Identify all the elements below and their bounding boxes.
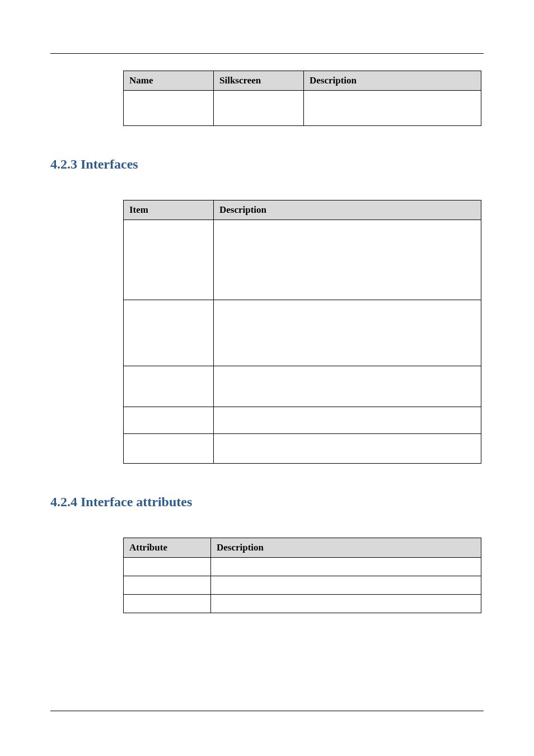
- cell: [124, 434, 214, 464]
- table3-header-description: Description: [211, 538, 481, 558]
- table-row: [124, 300, 481, 366]
- table-row: [124, 407, 481, 434]
- cell: [124, 366, 214, 407]
- cell: [211, 595, 481, 613]
- table3-wrap: Attribute Description: [123, 538, 484, 613]
- footer-rule: [50, 711, 484, 711]
- table2-wrap: Item Description: [123, 200, 484, 464]
- cell: [214, 434, 481, 464]
- table1-header-name: Name: [124, 71, 214, 91]
- cell: [124, 558, 211, 576]
- section-heading-interfaces: 4.2.3 Interfaces: [50, 157, 484, 172]
- table2-header-description: Description: [214, 200, 481, 220]
- table2-header-item: Item: [124, 200, 214, 220]
- table1-wrap: Name Silkscreen Description: [123, 71, 484, 126]
- table-row: [124, 220, 481, 300]
- table3-header-attribute: Attribute: [124, 538, 211, 558]
- section-heading-interface-attributes: 4.2.4 Interface attributes: [50, 494, 484, 510]
- table-row: [124, 558, 481, 576]
- table-item-description: Item Description: [123, 200, 481, 464]
- cell: [214, 91, 304, 126]
- cell: [124, 300, 214, 366]
- section-number: 4.2.3: [50, 157, 77, 171]
- table-row: [124, 576, 481, 595]
- header-rule: [50, 53, 484, 54]
- cell: [211, 558, 481, 576]
- cell: [214, 300, 481, 366]
- cell: [124, 220, 214, 300]
- page: Name Silkscreen Description 4.2.3 Interf…: [0, 0, 534, 613]
- section-title: Interfaces: [81, 157, 138, 171]
- table-row: [124, 366, 481, 407]
- cell: [124, 576, 211, 595]
- cell: [304, 91, 481, 126]
- cell: [211, 576, 481, 595]
- table1-header-silkscreen: Silkscreen: [214, 71, 304, 91]
- table-row: [124, 91, 481, 126]
- cell: [214, 220, 481, 300]
- cell: [124, 595, 211, 613]
- table-row: [124, 434, 481, 464]
- cell: [124, 407, 214, 434]
- table-row: [124, 595, 481, 613]
- cell: [214, 407, 481, 434]
- table1-header-description: Description: [304, 71, 481, 91]
- cell: [124, 91, 214, 126]
- table-name-silkscreen-description: Name Silkscreen Description: [123, 71, 481, 126]
- section-number: 4.2.4: [50, 494, 77, 509]
- cell: [214, 366, 481, 407]
- table-attribute-description: Attribute Description: [123, 538, 481, 613]
- section-title: Interface attributes: [81, 494, 192, 509]
